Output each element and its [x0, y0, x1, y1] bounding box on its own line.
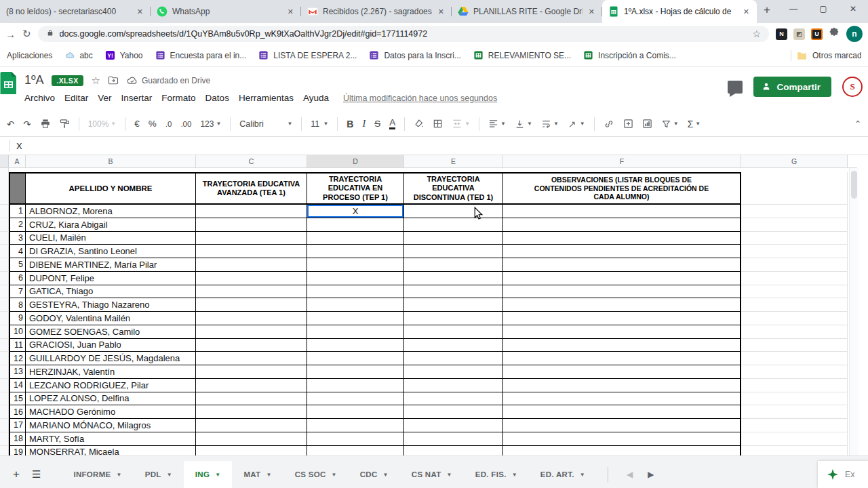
cell-number[interactable]: 13 [9, 365, 26, 379]
cell-number[interactable]: 16 [9, 405, 26, 419]
puzzle-icon[interactable] [829, 27, 840, 41]
selected-cell[interactable]: X [307, 205, 404, 218]
column-header-e[interactable]: E [404, 155, 503, 167]
cell-g[interactable] [741, 446, 848, 456]
cell-name[interactable]: GRACIOSI, Juan Pablo [26, 339, 196, 352]
cell-obs[interactable] [503, 312, 741, 325]
cell-tea[interactable] [196, 312, 307, 325]
header-cell-obs[interactable]: OBSERVACIONES (LISTAR BLOQUES DE CONTENI… [503, 172, 741, 205]
cell-tea[interactable] [196, 419, 307, 432]
strikethrough-icon[interactable]: S [374, 119, 380, 129]
cell-tep[interactable] [307, 446, 404, 456]
tab-close-icon[interactable]: ✕ [437, 6, 446, 18]
cell-tep[interactable] [307, 339, 404, 352]
cell-tea[interactable] [196, 392, 307, 406]
sheet-tab-informe[interactable]: INFORME▼ [62, 461, 133, 488]
insert-comment-icon[interactable] [623, 119, 633, 129]
cell-tep[interactable] [307, 379, 404, 392]
tab-close-icon[interactable]: ✕ [136, 6, 144, 18]
paint-format-icon[interactable] [60, 119, 70, 129]
sheet-tab-menu-icon[interactable]: ▼ [266, 472, 271, 478]
cell-number[interactable]: 14 [9, 379, 26, 392]
cell-number[interactable]: 17 [9, 419, 26, 432]
cell-name[interactable]: DIBENE MARTINEZ, María Pilar [26, 258, 196, 272]
star-doc-icon[interactable]: ☆ [91, 75, 100, 87]
cell-g[interactable] [741, 245, 848, 258]
cell-name[interactable]: CRUZ, Kiara Abigail [26, 218, 196, 232]
cell-tea[interactable] [196, 205, 307, 218]
cell-tep[interactable] [307, 405, 404, 419]
formula-bar[interactable]: X [0, 137, 868, 155]
cell-name[interactable]: MARIANO MÓNACO, Milagros [26, 419, 196, 432]
cell-tep[interactable] [307, 285, 404, 299]
cell-tea[interactable] [196, 352, 307, 365]
insert-chart-icon[interactable] [642, 119, 652, 129]
cell-ted[interactable] [404, 272, 503, 285]
cell-ted[interactable] [404, 446, 503, 456]
italic-icon[interactable]: I [362, 119, 366, 129]
cell-obs[interactable] [503, 258, 741, 272]
sheet-tab-menu-icon[interactable]: ▼ [512, 472, 517, 478]
cell-name[interactable]: GUILLARDOY DE JESÚS, Magdalena [26, 352, 196, 365]
sheet-tab-menu-icon[interactable]: ▼ [332, 472, 337, 478]
scrollbar-thumb[interactable] [851, 171, 857, 199]
sheet-tab-cdc[interactable]: CDC▼ [349, 461, 400, 488]
bookmark-apps[interactable]: Aplicaciones [7, 51, 52, 60]
forward-icon[interactable]: → [5, 28, 16, 40]
cell-tea[interactable] [196, 432, 307, 446]
cell-tea[interactable] [196, 245, 307, 258]
cell-tep[interactable] [307, 432, 404, 446]
horizontal-align-icon[interactable]: ▼ [488, 119, 506, 128]
cell-tea[interactable] [196, 446, 307, 456]
cell-name[interactable]: HERZINJAK, Valentín [26, 365, 196, 379]
cell-obs[interactable] [503, 392, 741, 406]
cell-number[interactable]: 11 [9, 339, 26, 352]
cell-obs[interactable] [503, 432, 741, 446]
print-icon[interactable] [40, 119, 51, 129]
menu-item-7[interactable]: Ayuda [298, 92, 334, 104]
header-cell-name[interactable]: APELLIDO Y NOMBRE [26, 172, 196, 205]
menu-item-2[interactable]: Ver [93, 92, 116, 104]
cell-g[interactable] [741, 258, 848, 272]
sheet-tab-menu-icon[interactable]: ▼ [215, 472, 220, 478]
url-text[interactable]: docs.google.com/spreadsheets/d/1QuYBAm8u… [60, 29, 747, 39]
merge-cells-icon[interactable]: ▼ [452, 119, 470, 129]
header-cell-ted[interactable]: TRAYECTORIA EDUCATIVA DISCONTINUA (TED 1… [404, 172, 503, 205]
cell-ted[interactable] [404, 312, 503, 325]
cell-ted[interactable] [404, 232, 503, 245]
header-cell-tep[interactable]: TRAYECTORIA EDUCATIVA EN PROCESO (TEP 1) [307, 172, 404, 205]
tab-close-icon[interactable]: ✕ [286, 6, 295, 18]
filter-icon[interactable]: ▼ [661, 119, 679, 129]
bookmark-item[interactable]: Inscripción a Comis... [583, 50, 676, 61]
cell-g[interactable] [741, 419, 848, 432]
redo-icon[interactable]: ↷ [23, 119, 31, 129]
hide-menus-icon[interactable]: ⌃ [854, 119, 861, 129]
cell-g[interactable] [741, 312, 848, 325]
cell-g[interactable] [741, 232, 848, 245]
column-header-a[interactable]: A [9, 155, 26, 167]
browser-tab[interactable]: Recibidos (2.267) - sagradoes.c✕ [301, 0, 452, 23]
move-folder-icon[interactable] [108, 76, 119, 85]
cell-g[interactable] [741, 379, 848, 392]
cell-number[interactable]: 8 [9, 298, 26, 312]
cell-name[interactable]: GODOY, Valentina Mailén [26, 312, 196, 325]
cell-obs[interactable] [503, 298, 741, 312]
cell-tep[interactable] [307, 312, 404, 325]
cell-number[interactable]: 15 [9, 392, 26, 406]
explore-button[interactable]: Ex [818, 461, 868, 488]
browser-tab[interactable]: 1ºA.xlsx - Hojas de cálculo de✕ [602, 0, 757, 23]
cell-tea[interactable] [196, 258, 307, 272]
more-formats-icon[interactable]: 123▼ [200, 119, 221, 129]
sheet-tab-ed-art-[interactable]: ED. ART.▼ [529, 461, 597, 488]
cell-g[interactable] [741, 298, 848, 312]
cell-g[interactable] [741, 432, 848, 446]
cell-tea[interactable] [196, 285, 307, 299]
share-button[interactable]: Compartir [753, 77, 831, 97]
extension-icon-1[interactable]: N [776, 28, 787, 40]
cell-name[interactable]: MONSERRAT, Micaela [26, 446, 196, 456]
cell-tep[interactable] [307, 218, 404, 232]
header-cell-a[interactable] [9, 172, 26, 205]
cell-ted[interactable] [404, 432, 503, 446]
new-tab-button[interactable]: + [757, 3, 777, 17]
cell-ted[interactable] [404, 205, 503, 218]
